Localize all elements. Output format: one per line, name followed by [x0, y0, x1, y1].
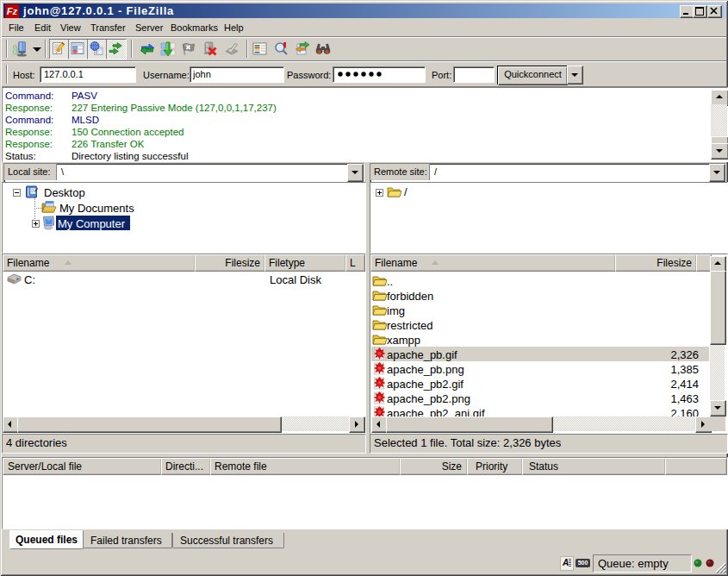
svg-text:Fz: Fz: [7, 6, 18, 16]
